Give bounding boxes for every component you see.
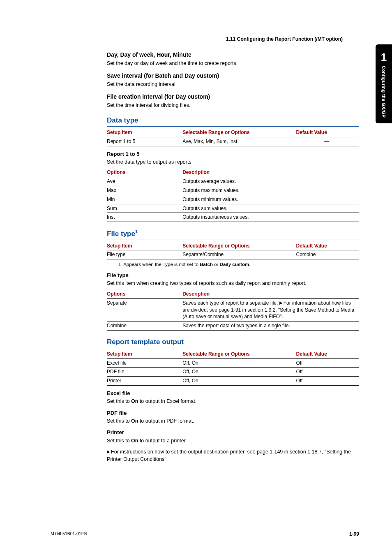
table-file-type-options: Options Description Separate Saves each … xyxy=(107,290,359,331)
subhead-file-type: File type xyxy=(107,272,359,279)
section-report-template: Report template output xyxy=(107,337,359,348)
desc-file-type: Set this item when creating two types of… xyxy=(107,280,359,287)
desc-day: Set the day or day of week and the time … xyxy=(107,60,359,67)
cell-desc: Saves the report data of two types in a … xyxy=(182,321,359,331)
table-row: PrinterOff, OnOff xyxy=(107,377,359,386)
cell-default: — xyxy=(296,137,359,146)
subhead-excel: Excel file xyxy=(107,390,359,397)
table-row: PDF fileOff, OnOff xyxy=(107,368,359,377)
section-file-type: File type1 xyxy=(107,229,359,240)
th-default: Default Value xyxy=(296,128,359,137)
chapter-tab: 1 Configuring the GX/GP xyxy=(376,44,392,123)
chapter-number: 1 xyxy=(376,52,392,62)
th-setup: Setup Item xyxy=(107,128,182,137)
heading-day: Day, Day of week, Hour, Minute xyxy=(107,51,359,59)
table-file-type-setup: Setup Item Selectable Range or Options D… xyxy=(107,242,359,260)
page-number: 1-99 xyxy=(349,531,359,537)
table-row: Report 1 to 5 Ave, Max, Min, Sum, Inst — xyxy=(107,137,359,146)
section-data-type: Data type xyxy=(107,116,359,127)
heading-file-interval: File creation interval (for Day custom) xyxy=(107,93,359,101)
table-row: Separate Saves each type of report to a … xyxy=(107,298,359,321)
page-content: Day, Day of week, Hour, Minute Set the d… xyxy=(107,51,359,463)
table-row: MaxOutputs maximum values. xyxy=(107,186,359,195)
table-row: SumOutputs sum values. xyxy=(107,204,359,213)
cell-range: Separate/Combine xyxy=(182,250,296,259)
desc-excel: Set this to On to output in Excel format… xyxy=(107,398,359,405)
desc-pdf: Set this to On to output in PDF format. xyxy=(107,418,359,425)
doc-id: IM 04L51B01-01EN xyxy=(49,531,87,537)
table-template-setup: Setup Item Selectable Range or Options D… xyxy=(107,350,359,386)
cell-item: File type xyxy=(107,250,182,259)
desc-file-interval: Set the time interval for dividing files… xyxy=(107,102,359,109)
footnote-num: 1 xyxy=(118,262,121,267)
th-setup: Setup Item xyxy=(107,350,182,358)
th-range: Selectable Range or Options xyxy=(182,242,296,250)
th-range: Selectable Range or Options xyxy=(182,128,296,137)
th-default: Default Value xyxy=(296,242,359,250)
table-row: Excel fileOff, OnOff xyxy=(107,358,359,368)
th-description: Description xyxy=(182,290,359,298)
cell-item: Report 1 to 5 xyxy=(107,137,182,146)
th-range: Selectable Range or Options xyxy=(182,350,296,358)
table-row: Combine Saves the report data of two typ… xyxy=(107,321,359,331)
table-row: AveOutputs average values. xyxy=(107,177,359,186)
footnote-ref-1: 1 xyxy=(135,229,138,234)
table-data-type-options: Options Description AveOutputs average v… xyxy=(107,168,359,222)
cell-range: Ave, Max, Min, Sum, Inst xyxy=(182,137,296,146)
printer-note: ▶For instructions on how to set the outp… xyxy=(107,449,359,463)
triangle-icon: ▶ xyxy=(279,300,283,306)
chapter-label: Configuring the GX/GP xyxy=(381,66,386,118)
th-description: Description xyxy=(182,168,359,177)
table-row: InstOutputs instantaneous values. xyxy=(107,213,359,222)
subhead-report-1-5: Report 1 to 5 xyxy=(107,150,359,158)
cell-option: Combine xyxy=(107,321,182,331)
table-row: File type Separate/Combine Combine xyxy=(107,250,359,259)
table-data-type-setup: Setup Item Selectable Range or Options D… xyxy=(107,128,359,146)
cell-option: Separate xyxy=(107,298,182,321)
th-setup: Setup Item xyxy=(107,242,182,250)
th-options: Options xyxy=(107,168,182,177)
page-footer: IM 04L51B01-01EN 1-99 xyxy=(49,531,359,537)
triangle-icon: ▶ xyxy=(107,449,110,455)
heading-save-interval: Save interval (for Batch and Day custom) xyxy=(107,72,359,80)
desc-printer: Set this to On to output to a printer. xyxy=(107,437,359,445)
th-default: Default Value xyxy=(296,350,359,358)
cell-desc: Saves each type of report to a separate … xyxy=(182,298,359,321)
section-file-type-label: File type xyxy=(107,230,135,238)
desc-save-interval: Set the data recording interval. xyxy=(107,81,359,88)
desc-report-1-5: Set the data type to output as reports. xyxy=(107,159,359,166)
subhead-pdf: PDF file xyxy=(107,409,359,417)
subhead-printer: Printer xyxy=(107,429,359,436)
th-options: Options xyxy=(107,290,182,298)
running-header: 1.11 Configuring the Report Function (/M… xyxy=(49,36,343,43)
footnote-1: 1 Appears when the Type is not set to Ba… xyxy=(118,261,359,268)
table-row: MinOutputs minimum values. xyxy=(107,195,359,204)
cell-default: Combine xyxy=(296,250,359,259)
